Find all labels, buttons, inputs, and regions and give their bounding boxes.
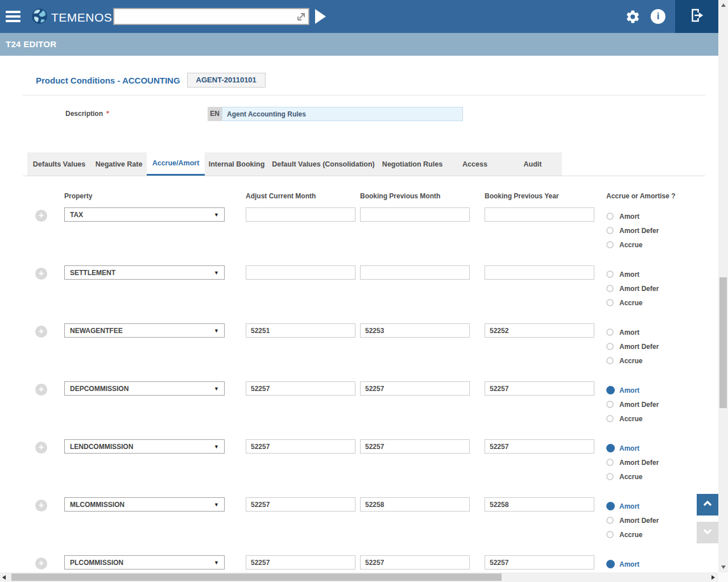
property-select[interactable]: MLCOMMISSION ▼ [64, 497, 225, 512]
adjust-current-month-input[interactable] [246, 439, 355, 454]
booking-previous-year-input[interactable] [485, 323, 594, 338]
booking-previous-year-input[interactable] [485, 497, 594, 512]
vertical-scrollbar[interactable] [718, 0, 728, 572]
radio-option-amort[interactable]: Amort [606, 209, 659, 223]
tab-accrue-amort[interactable]: Accrue/Amort [147, 152, 205, 176]
add-row-button[interactable]: + [35, 442, 47, 454]
adjust-current-month-input[interactable] [246, 207, 355, 222]
module-title: T24 EDITOR [6, 39, 56, 49]
radio-option-accrue[interactable]: Accrue [606, 469, 659, 484]
scroll-to-bottom-button[interactable] [697, 522, 718, 543]
radio-label: Amort Defer [619, 343, 659, 351]
radio-option-amort[interactable]: Amort [606, 267, 659, 281]
description-field[interactable] [222, 107, 463, 121]
settings-icon[interactable] [625, 9, 640, 27]
radio-option-amort[interactable]: Amort [606, 441, 659, 455]
add-row-button[interactable]: + [35, 384, 47, 396]
add-row-button[interactable]: + [35, 268, 47, 280]
horizontal-scrollbar-thumb[interactable] [11, 573, 502, 581]
tab-internal-booking[interactable]: Internal Booking [205, 152, 268, 176]
property-select[interactable]: PLCOMMISSION ▼ [64, 555, 225, 569]
property-select[interactable]: SETTLEMENT ▼ [64, 265, 225, 280]
radio-circle-icon [606, 329, 614, 336]
grid-row: + DEPCOMMISSION ▼ Amort Amort Defer Accr… [0, 381, 718, 439]
run-icon[interactable] [315, 9, 326, 24]
booking-previous-month-input[interactable] [360, 381, 470, 396]
scroll-to-top-button[interactable] [697, 494, 718, 516]
grid-rows: + TAX ▼ Amort Amort Defer Accrue + SETTL… [0, 207, 718, 572]
add-row-button[interactable]: + [35, 210, 47, 222]
add-row-button[interactable]: + [35, 558, 47, 569]
radio-option-amort[interactable]: Amort [606, 325, 659, 339]
scrollbar-left-arrow-icon[interactable] [2, 575, 6, 580]
adjust-current-month-input[interactable] [246, 265, 355, 280]
adjust-current-month-input[interactable] [246, 497, 355, 512]
booking-previous-month-input[interactable] [360, 555, 470, 569]
topbar: TEMENOS i [0, 0, 718, 33]
radio-label: Amort [619, 213, 639, 221]
booking-previous-year-input[interactable] [485, 439, 594, 454]
property-select[interactable]: DEPCOMMISSION ▼ [64, 381, 225, 396]
scrollbar-down-arrow-icon[interactable] [721, 566, 726, 569]
radio-label: Amort Defer [619, 401, 659, 409]
radio-option-amort-defer[interactable]: Amort Defer [606, 455, 659, 469]
chevron-down-icon [701, 525, 714, 540]
adjust-current-month-input[interactable] [246, 381, 355, 396]
goto-icon[interactable] [296, 11, 307, 22]
radio-option-amort-defer[interactable]: Amort Defer [606, 397, 659, 411]
radio-option-accrue[interactable]: Accrue [606, 411, 659, 426]
scrollbar-right-arrow-icon[interactable] [712, 575, 715, 580]
property-select-value: MLCOMMISSION [70, 501, 125, 509]
info-icon[interactable]: i [651, 9, 665, 24]
tab-audit[interactable]: Audit [503, 152, 562, 176]
grid-row: + NEWAGENTFEE ▼ Amort Amort Defer Accrue [0, 323, 718, 381]
adjust-current-month-input[interactable] [246, 323, 355, 338]
tab-access[interactable]: Access [446, 152, 503, 176]
accrue-or-amortise-radio-group: Amort Amort Defer Accrue [606, 267, 659, 310]
tab-defaults-values[interactable]: Defaults Values [27, 152, 91, 176]
grid-row: + SETTLEMENT ▼ Amort Amort Defer Accrue [0, 265, 718, 323]
booking-previous-year-input[interactable] [485, 207, 594, 222]
globe-logo-icon [31, 8, 48, 27]
booking-previous-month-input[interactable] [360, 323, 470, 338]
booking-previous-month-input[interactable] [360, 207, 470, 222]
vertical-scrollbar-thumb[interactable] [719, 277, 727, 408]
horizontal-scrollbar[interactable] [0, 572, 718, 582]
menu-icon[interactable] [6, 11, 20, 24]
property-select[interactable]: TAX ▼ [64, 207, 225, 222]
scrollbar-up-arrow-icon[interactable] [721, 3, 726, 7]
booking-previous-year-input[interactable] [485, 265, 594, 280]
radio-label: Amort [619, 502, 639, 510]
tab-negative-rate[interactable]: Negative Rate [91, 152, 147, 176]
booking-previous-year-input[interactable] [485, 555, 594, 569]
property-select[interactable]: NEWAGENTFEE ▼ [64, 323, 225, 338]
radio-label: Accrue [619, 299, 643, 307]
booking-previous-month-input[interactable] [360, 439, 470, 454]
booking-previous-month-input[interactable] [360, 265, 470, 280]
add-row-button[interactable]: + [35, 326, 47, 338]
command-search-input[interactable] [113, 8, 309, 25]
radio-option-amort[interactable]: Amort [606, 383, 659, 397]
sign-out-button[interactable] [675, 0, 718, 33]
radio-circle-icon [606, 415, 614, 422]
booking-previous-month-input[interactable] [360, 497, 470, 512]
grid-row: + TAX ▼ Amort Amort Defer Accrue [0, 207, 718, 265]
radio-option-amort-defer[interactable]: Amort Defer [606, 223, 659, 238]
radio-option-amort[interactable]: Amort [606, 499, 659, 513]
radio-option-accrue[interactable]: Accrue [606, 354, 659, 368]
tab-negotiation-rules[interactable]: Negotiation Rules [378, 152, 446, 176]
radio-option-accrue[interactable]: Accrue [606, 527, 659, 542]
add-row-button[interactable]: + [35, 500, 47, 512]
tab-default-values-consolidation-[interactable]: Default Values (Consolidation) [268, 152, 378, 176]
radio-label: Amort [619, 444, 639, 452]
radio-option-accrue[interactable]: Accrue [606, 296, 659, 310]
booking-previous-year-input[interactable] [485, 381, 594, 396]
property-select[interactable]: LENDCOMMISSION ▼ [64, 439, 225, 454]
radio-option-accrue[interactable]: Accrue [606, 238, 659, 252]
adjust-current-month-input[interactable] [246, 555, 355, 569]
radio-label: Amort Defer [619, 459, 659, 467]
radio-option-amort-defer[interactable]: Amort Defer [606, 281, 659, 296]
radio-option-amort-defer[interactable]: Amort Defer [606, 339, 659, 354]
radio-option-amort-defer[interactable]: Amort Defer [606, 513, 659, 527]
radio-option-amort[interactable]: Amort [606, 557, 659, 571]
